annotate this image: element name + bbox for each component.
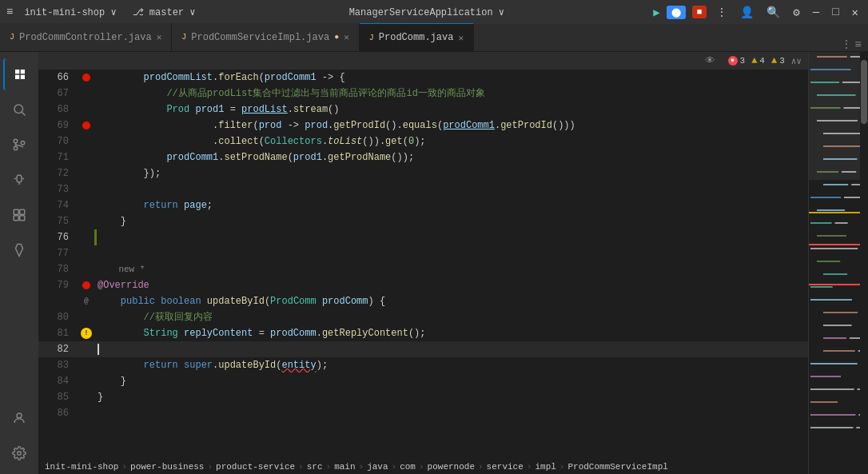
line-num-76: 76: [38, 229, 78, 245]
more-actions-icon[interactable]: ⋮: [713, 4, 731, 21]
titlebar-right: ▶ ⬤ ■ ⋮ 👤 🔍 ⚙ — □ ✕: [653, 4, 862, 21]
line-indicator-83: [78, 357, 94, 373]
warning-count: 4: [759, 56, 765, 66]
scrollbar-thumb[interactable]: [861, 60, 867, 124]
line-content-75: }: [94, 213, 808, 229]
line-num-82: 82: [38, 341, 78, 357]
branch-name[interactable]: ⎇ master ∨: [128, 5, 201, 20]
code-line-84: 84 }: [38, 373, 808, 389]
eye-icon[interactable]: 👁: [705, 55, 715, 67]
account-icon[interactable]: 👤: [737, 4, 757, 21]
code-line-76: 76: [38, 229, 808, 245]
search-icon[interactable]: 🔍: [763, 4, 783, 21]
bc-sep-6: ›: [392, 462, 397, 472]
minimize-button[interactable]: —: [810, 4, 822, 20]
minimap-canvas: [809, 52, 868, 474]
code-line-66: 66 prodCommList.forEach(prodComm1 -> {: [38, 70, 808, 86]
code-line-72: 72 });: [38, 165, 808, 181]
code-line-73: 73: [38, 181, 808, 197]
java-file-icon: J: [181, 33, 186, 42]
activity-git[interactable]: [3, 129, 35, 161]
breakpoint-66[interactable]: [82, 74, 90, 82]
activity-search[interactable]: [3, 94, 35, 125]
warning-81: !: [81, 328, 92, 339]
bc-com[interactable]: com: [400, 462, 416, 472]
code-content[interactable]: 66 prodCommList.forEach(prodComm1 -> { 6…: [38, 70, 808, 458]
line-content-81: String replyContent = prodComm.getReplyC…: [94, 325, 808, 341]
tab-close-prodcommcontroller[interactable]: ✕: [157, 32, 162, 42]
line-num-80: 80: [38, 309, 78, 325]
tab-prodcommcontroller[interactable]: J ProdCommController.java ✕: [0, 23, 172, 51]
svg-line-5: [22, 112, 25, 115]
bc-sep-7: ›: [419, 462, 424, 472]
breakpoint-69[interactable]: [82, 121, 90, 129]
activity-extensions[interactable]: [3, 199, 35, 231]
line-num-83: 83: [38, 357, 78, 373]
bc-product-service[interactable]: product-service: [216, 462, 295, 472]
activity-debug[interactable]: [3, 164, 35, 196]
line-content-86: [94, 405, 808, 421]
line-content-84: }: [94, 373, 808, 389]
debug-button[interactable]: ⬤: [667, 6, 686, 19]
line-indicator-82: [78, 341, 94, 357]
run-button[interactable]: ▶: [653, 6, 659, 19]
code-line-74: 74 return page;: [38, 197, 808, 213]
bc-init-mini-shop[interactable]: init-mini-shop: [45, 462, 118, 472]
bc-sep-2: ›: [207, 462, 213, 472]
line-indicator-84: [78, 373, 94, 389]
line-num-75: 75: [38, 213, 78, 229]
project-name[interactable]: init-mini-shop ∨: [19, 5, 121, 20]
minimap[interactable]: [808, 52, 868, 474]
line-indicator-80: [78, 309, 94, 325]
line-indicator-74: [78, 197, 94, 213]
line-content-70: .collect(Collectors.toList()).get(0);: [94, 133, 808, 149]
warning-triangle-icon: ▲: [751, 55, 757, 66]
titlebar: ≡ init-mini-shop ∨ ⎇ master ∨ ManagerSer…: [0, 0, 868, 24]
tab-overflow-icon[interactable]: ≡: [855, 38, 862, 51]
bc-service[interactable]: service: [487, 462, 524, 472]
bc-powernode[interactable]: powernode: [428, 462, 475, 472]
line-indicator-81: !: [78, 325, 94, 341]
activity-account[interactable]: [3, 402, 35, 434]
bc-src[interactable]: src: [307, 462, 323, 472]
tab-close-prodcommserviceimpl[interactable]: ✕: [344, 32, 349, 42]
settings-icon[interactable]: ⚙: [790, 4, 802, 21]
svg-rect-2: [15, 75, 19, 79]
bc-main[interactable]: main: [334, 462, 355, 472]
line-content-73: [94, 181, 808, 197]
tab-prodcommserviceimpl[interactable]: J ProdCommServiceImpl.java ● ✕: [172, 23, 359, 51]
code-line-79-override: 79 @Override: [38, 277, 808, 293]
app-title: ManagerServiceApplication ∨: [349, 6, 504, 18]
breakpoint-79[interactable]: [82, 281, 90, 289]
svg-point-6: [14, 139, 18, 143]
activity-settings[interactable]: [3, 437, 35, 469]
menu-icon[interactable]: ≡: [6, 6, 13, 18]
tab-label: ProdCommServiceImpl.java: [191, 32, 329, 43]
code-line-82: 82: [38, 341, 808, 357]
activity-bar: [0, 52, 38, 474]
bc-impl[interactable]: impl: [535, 462, 555, 472]
tab-split-icon[interactable]: ⋮: [841, 38, 852, 51]
activity-explorer[interactable]: [3, 58, 35, 90]
maximize-button[interactable]: □: [829, 4, 842, 20]
stop-button[interactable]: ■: [692, 6, 707, 18]
svg-point-4: [14, 105, 23, 114]
warning-badge: ▲ 4: [751, 55, 765, 66]
line-indicator-86: [78, 405, 94, 421]
scrollbar-track[interactable]: [860, 52, 868, 474]
bc-power-business[interactable]: power-business: [130, 462, 204, 472]
tab-prodcomm[interactable]: J ProdComm.java ✕: [360, 23, 474, 51]
line-indicator-70: [78, 133, 94, 149]
line-indicator-79b: @: [78, 293, 94, 309]
svg-point-8: [21, 141, 25, 145]
close-button[interactable]: ✕: [849, 4, 862, 21]
bc-sep-3: ›: [298, 462, 304, 472]
bc-java[interactable]: java: [367, 462, 388, 472]
line-indicator-66: [78, 70, 94, 86]
code-line-68: 68 Prod prod1 = prodList.stream(): [38, 102, 808, 118]
collapse-icon[interactable]: ∧∨: [791, 56, 802, 66]
activity-test[interactable]: [3, 234, 35, 266]
tab-close-prodcomm[interactable]: ✕: [458, 33, 464, 43]
code-lines: 66 prodCommList.forEach(prodComm1 -> { 6…: [38, 70, 808, 421]
bc-prodcommserviceimpl[interactable]: ProdCommServiceImpl: [567, 462, 667, 472]
